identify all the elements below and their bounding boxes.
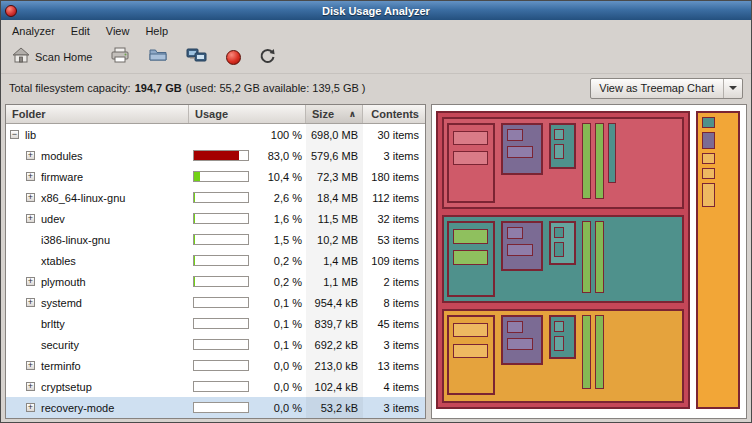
usage-bar [193,192,249,203]
table-row[interactable]: +recovery-mode0,0 %53,2 kB3 items [6,397,425,418]
column-header-usage[interactable]: Usage [189,105,306,123]
scan-folder-button[interactable] [145,45,171,69]
table-row[interactable]: xtables0,2 %1,4 MB109 items [6,250,425,271]
expander-toggle[interactable]: + [26,403,35,412]
title-bar[interactable]: Disk Usage Analyzer [1,1,751,20]
folder-name: brltty [41,318,65,330]
table-row[interactable]: −lib100 %698,0 MB30 items [6,124,425,145]
folder-name: cryptsetup [41,381,92,393]
column-header-size[interactable]: Size ∧ [306,105,363,123]
column-header-size-label: Size [312,108,334,120]
scan-filesystem-button[interactable] [107,45,133,69]
treemap-rect[interactable] [507,244,533,256]
treemap-rect[interactable] [554,129,564,140]
expander-toggle[interactable]: + [26,151,35,160]
disk-usage-analyzer-window: Disk Usage Analyzer AnalyzerEditViewHelp… [0,0,752,423]
usage-bar [193,381,249,392]
treemap-rect[interactable] [554,144,564,159]
folder-name: plymouth [41,276,86,288]
usage-bar [193,213,249,224]
usage-bar [193,234,249,245]
usage-bar [193,276,249,287]
treemap-rect[interactable] [507,338,533,350]
size-value: 18,4 MB [306,187,363,208]
treemap-rect[interactable] [595,315,604,389]
stop-icon [226,50,241,65]
expander-toggle[interactable]: − [10,130,19,139]
treemap-rect[interactable] [507,227,523,239]
refresh-button[interactable] [256,45,279,70]
expander-toggle[interactable]: + [26,193,35,202]
table-row[interactable]: +systemd0,1 %954,4 kB8 items [6,292,425,313]
table-row[interactable]: +x86_64-linux-gnu2,6 %18,4 MB112 items [6,187,425,208]
treemap-rect[interactable] [453,229,488,244]
table-row[interactable]: i386-linux-gnu1,5 %10,2 MB53 items [6,229,425,250]
table-row[interactable]: +modules83,0 %579,6 MB3 items [6,145,425,166]
size-value: 53,2 kB [306,397,363,418]
column-header-contents[interactable]: Contents [363,105,425,123]
expander-toggle[interactable]: + [26,382,35,391]
expander-toggle[interactable]: + [26,214,35,223]
contents-value: 32 items [363,208,425,229]
expander-toggle[interactable]: + [26,172,35,181]
expander-toggle[interactable]: + [26,298,35,307]
treemap-rect[interactable] [582,315,591,389]
scan-home-button[interactable]: Scan Home [9,45,95,69]
treemap-rect[interactable] [554,242,564,257]
treemap-rect[interactable] [453,151,488,165]
usage-bar [193,402,249,413]
treemap-rect[interactable] [702,168,715,179]
table-row[interactable]: +udev1,6 %11,5 MB32 items [6,208,425,229]
treemap-rect[interactable] [582,123,591,199]
treemap-rect[interactable] [507,129,523,141]
treemap-rect[interactable] [453,323,488,337]
contents-value: 4 items [363,376,425,397]
table-row[interactable]: +firmware10,4 %72,3 MB180 items [6,166,425,187]
treemap-rect[interactable] [608,123,616,183]
main-area: Folder Usage Size ∧ Contents −lib100 %69… [1,102,751,423]
treemap-rect[interactable] [582,221,591,293]
usage-bar [193,150,249,161]
treemap-rect[interactable] [595,123,604,199]
table-row[interactable]: +cryptsetup0,0 %102,4 kB4 items [6,376,425,397]
stop-button[interactable] [223,48,244,67]
scan-remote-folder-button[interactable] [183,45,211,70]
treemap-rect[interactable] [702,153,715,164]
treemap-rect[interactable] [453,131,488,145]
treemap-rect[interactable] [453,250,488,265]
menu-analyzer[interactable]: Analyzer [4,22,63,40]
menu-edit[interactable]: Edit [63,22,98,40]
treemap-rect[interactable] [702,183,715,207]
table-row[interactable]: +plymouth0,2 %1,1 MB2 items [6,271,425,292]
view-as-dropdown[interactable]: View as Treemap Chart [590,78,743,99]
window-title: Disk Usage Analyzer [1,5,751,17]
size-value: 579,6 MB [306,145,363,166]
menu-help[interactable]: Help [137,22,176,40]
treemap-rect[interactable] [702,132,715,149]
table-row[interactable]: +terminfo0,0 %213,0 kB13 items [6,355,425,376]
menubar: AnalyzerEditViewHelp [1,20,751,41]
table-row[interactable]: security0,1 %692,2 kB3 items [6,334,425,355]
treemap-rect[interactable] [554,336,564,351]
folder-name: systemd [41,297,82,309]
capacity-bar: Total filesystem capacity: 194,7 GB (use… [1,74,751,102]
contents-value: 3 items [363,145,425,166]
treemap-rect[interactable] [702,117,715,128]
size-value: 72,3 MB [306,166,363,187]
column-header-folder[interactable]: Folder [6,105,189,123]
sort-ascending-icon: ∧ [349,109,356,119]
treemap-rect[interactable] [595,221,604,293]
treemap-rect[interactable] [453,344,488,358]
size-value: 10,2 MB [306,229,363,250]
size-value: 213,0 kB [306,355,363,376]
table-row[interactable]: brltty0,1 %839,7 kB45 items [6,313,425,334]
treemap-rect[interactable] [554,321,564,332]
menu-view[interactable]: View [98,22,138,40]
treemap-rect[interactable] [507,321,523,333]
expander-toggle[interactable]: + [26,361,35,370]
treemap-rect[interactable] [554,227,564,238]
expander-toggle[interactable]: + [26,277,35,286]
treemap-rect[interactable] [507,146,533,158]
contents-value: 3 items [363,397,425,418]
treemap-chart[interactable] [432,105,746,418]
